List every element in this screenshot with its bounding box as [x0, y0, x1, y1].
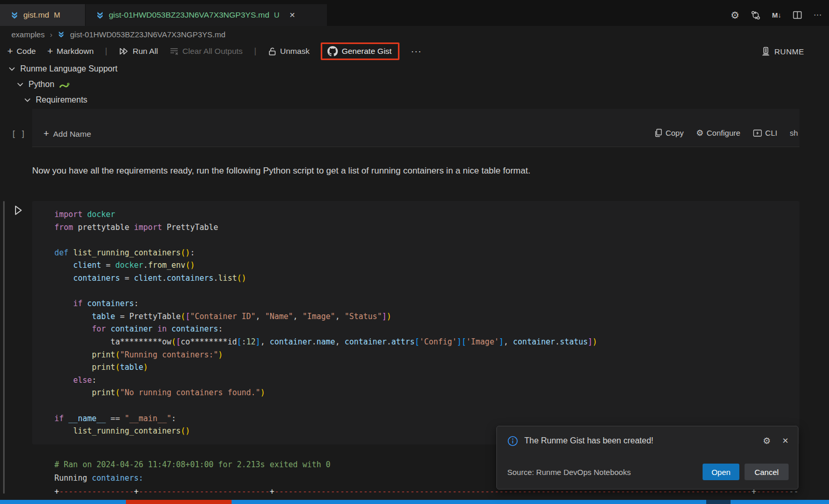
bottom-bar-segment	[126, 500, 232, 504]
markdown-preview-icon[interactable]: M↓	[772, 11, 781, 19]
text-line: containers = client.containers.list()	[54, 272, 794, 285]
copy-cell-button[interactable]: Copy	[654, 128, 683, 137]
editor-actions: ⚙ M↓ ···	[731, 4, 822, 26]
snake-emoji-icon	[59, 81, 70, 89]
toolbar-divider: |	[105, 47, 107, 56]
cancel-button[interactable]: Cancel	[745, 464, 789, 480]
split-editor-icon[interactable]	[793, 11, 802, 19]
shell-cell-panel	[32, 109, 799, 147]
bottom-bar-segment	[731, 500, 829, 504]
runme-kernel-label: RUNME	[775, 47, 805, 56]
chevron-down-icon[interactable]	[17, 81, 24, 88]
text-line: print("No running containers found.")	[54, 386, 794, 399]
notification-close-icon[interactable]: ✕	[782, 436, 789, 445]
notification-toast: The Runme Gist has been created! ⚙ ✕ Sou…	[496, 426, 798, 489]
more-actions-icon[interactable]: ···	[813, 10, 822, 20]
plus-icon: +	[44, 128, 49, 139]
notification-actions-row: Source: Runme DevOps Notebooks Open Canc…	[507, 463, 789, 481]
github-icon	[327, 46, 338, 56]
cell-focus-bar	[3, 201, 5, 494]
run-cell-button[interactable]	[12, 204, 24, 217]
add-code-label: Code	[17, 47, 36, 56]
unmask-label: Unmask	[280, 47, 310, 56]
breadcrumb-separator: ›	[50, 30, 52, 39]
text-line: if __name__ == "__main__":	[54, 412, 794, 425]
bottom-bar-segment	[0, 500, 126, 504]
vscode-window: gist.md M gist-01HWD053BZ23JN6VA7X3NGP3Y…	[0, 0, 829, 504]
text-line: import docker	[54, 208, 794, 221]
copy-icon	[654, 128, 662, 137]
copy-label: Copy	[665, 128, 683, 137]
bottom-activity-bar	[0, 500, 829, 504]
text-line: print(table)	[54, 361, 794, 374]
unmask-button[interactable]: Unmask	[268, 47, 310, 56]
text-line	[54, 399, 794, 412]
notification-message: The Runme Gist has been created!	[524, 436, 763, 445]
cli-icon	[753, 129, 762, 137]
tab-gist-01hwd-md[interactable]: gist-01HWD053BZ23JN6VA7X3NGP3YS.md U ✕	[85, 4, 327, 26]
text-line: ta*********ow([co********id[:12], contai…	[54, 336, 794, 349]
git-untracked-badge: U	[274, 11, 279, 19]
generate-gist-button[interactable]: Generate Gist	[327, 46, 392, 56]
runme-kernel-button[interactable]: RUNME	[761, 41, 805, 61]
notification-settings-icon[interactable]: ⚙	[763, 437, 770, 445]
text-line: for container in containers:	[54, 323, 794, 336]
outline-label: Requirements	[36, 95, 88, 105]
run-all-label: Run All	[133, 47, 158, 56]
annotation-highlight-box: Generate Gist	[321, 42, 399, 60]
text-line: print("Running containers:")	[54, 349, 794, 362]
toolbar-more-button[interactable]: ···	[411, 46, 422, 57]
cli-cell-button[interactable]: CLI	[753, 128, 777, 137]
gear-icon: ⚙	[696, 129, 703, 137]
cli-label: CLI	[765, 128, 777, 137]
run-all-icon	[119, 47, 129, 56]
outline-item-requirements[interactable]: Requirements	[24, 93, 88, 107]
add-markdown-button[interactable]: + Markdown	[47, 46, 94, 57]
runme-logo-icon	[761, 47, 770, 56]
code-content: import dockerfrom prettytable import Pre…	[54, 208, 794, 438]
open-button[interactable]: Open	[703, 464, 739, 480]
tab-label: gist.md	[23, 10, 49, 20]
text-line: else:	[54, 374, 794, 387]
unlock-icon	[268, 47, 277, 56]
notebook-toolbar: + Code + Markdown | Run All	[0, 41, 829, 61]
notification-source: Source: Runme DevOps Notebooks	[507, 468, 703, 477]
text-line: table = PrettyTable(["Container ID", "Na…	[54, 310, 794, 323]
outline-item-python[interactable]: Python	[17, 78, 70, 91]
chevron-down-icon[interactable]	[8, 66, 16, 72]
text-line: client = docker.from_env()	[54, 259, 794, 272]
configure-label: Configure	[707, 128, 740, 137]
git-modified-badge: M	[54, 11, 60, 19]
add-code-button[interactable]: + Code	[7, 46, 36, 57]
breadcrumb-folder[interactable]: examples	[11, 30, 45, 39]
configure-cell-button[interactable]: ⚙ Configure	[696, 128, 740, 137]
plus-icon: +	[7, 46, 13, 57]
cell-language-picker[interactable]: sh	[790, 128, 798, 137]
text-line: from prettytable import PrettyTable	[54, 221, 794, 234]
run-all-button[interactable]: Run All	[119, 47, 158, 56]
outline-item-runme-language-support[interactable]: Runme Language Support	[8, 62, 118, 76]
runme-file-icon	[96, 11, 104, 19]
runme-file-icon	[10, 11, 19, 19]
clear-all-outputs-button[interactable]: Clear All Outputs	[169, 47, 242, 56]
cell-status-actions: Copy ⚙ Configure CLI sh	[654, 128, 798, 137]
add-name-button[interactable]: + Add Name	[44, 128, 91, 139]
execution-order-indicator: [ ]	[11, 129, 25, 139]
breadcrumb: examples › gist-01HWD053BZ23JN6VA7X3NGP3…	[11, 28, 225, 40]
plus-icon: +	[47, 46, 53, 57]
outline-label: Python	[28, 80, 54, 89]
add-name-label: Add Name	[53, 129, 91, 139]
editor-tab-strip: gist.md M gist-01HWD053BZ23JN6VA7X3NGP3Y…	[0, 0, 829, 26]
chevron-down-icon[interactable]	[24, 97, 31, 103]
breadcrumb-file[interactable]: gist-01HWD053BZ23JN6VA7X3NGP3YS.md	[70, 30, 225, 39]
code-cell-editor[interactable]: import dockerfrom prettytable import Pre…	[32, 201, 799, 444]
notification-header: The Runme Gist has been created! ⚙ ✕	[507, 434, 789, 448]
settings-gear-icon[interactable]: ⚙	[731, 10, 739, 20]
close-tab-icon[interactable]: ✕	[289, 11, 295, 19]
text-line	[54, 285, 794, 298]
open-changes-icon[interactable]	[751, 10, 761, 20]
text-line	[54, 234, 794, 247]
outline-label: Runme Language Support	[20, 64, 118, 74]
tab-gist-md[interactable]: gist.md M	[0, 4, 85, 26]
runme-file-icon	[58, 31, 65, 38]
